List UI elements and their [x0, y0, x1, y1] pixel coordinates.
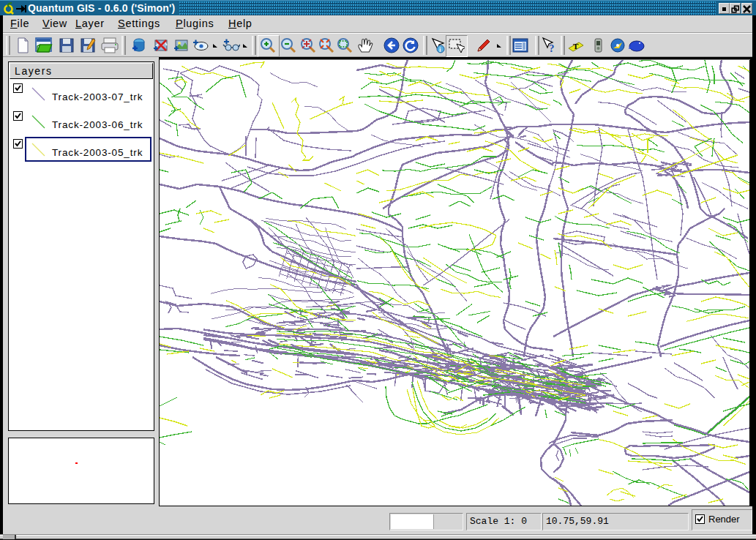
svg-text:?: ?	[549, 42, 555, 54]
svg-text:i: i	[439, 46, 441, 53]
svg-text:T: T	[573, 42, 579, 50]
